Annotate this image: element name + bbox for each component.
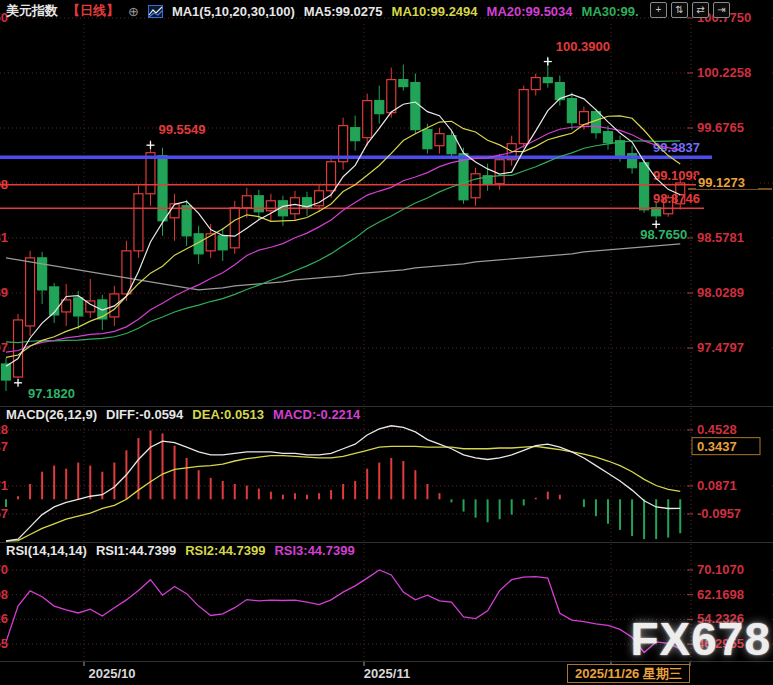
ma5-value-label: MA5:99.0275 [304, 4, 383, 19]
rsi1-value: RSI1:44.7399 [96, 543, 176, 558]
candle-body [170, 204, 179, 218]
candle-body [375, 101, 384, 114]
pane-separators [0, 24, 773, 666]
svg-text:0.3437: 0.3437 [0, 439, 8, 454]
candle-body [363, 101, 372, 138]
candle-body [266, 201, 275, 211]
candle-body [531, 78, 540, 90]
x-axis-month-label: 2025/10 [72, 666, 152, 681]
svg-text:98.0289: 98.0289 [0, 285, 8, 300]
svg-text:99.1098: 99.1098 [0, 177, 8, 192]
chart-header: 美元指数 【日线】 ⊕ MA1(5,10,20,30,100) MA5:99.0… [0, 0, 639, 22]
macd-diff-line [6, 426, 680, 541]
candle-body [50, 287, 59, 315]
macd-highlight-label: 0.3437 [697, 439, 737, 454]
candle-body [495, 160, 504, 184]
candle-body [230, 208, 239, 248]
axis-label: 97.4797 [697, 340, 744, 355]
candle-body [387, 80, 396, 113]
chart-canvas[interactable]: 99.383799.109899.109898.8746100.7750100.… [0, 0, 773, 685]
candle-body [591, 112, 600, 133]
candle-body [543, 78, 552, 83]
candle-body [411, 83, 420, 130]
extreme-price-annotation: 99.5549 [158, 122, 205, 137]
candle-body [351, 128, 360, 141]
svg-text:-0.0957: -0.0957 [0, 506, 8, 521]
candle-body [134, 194, 143, 251]
scale-y-axis-icon[interactable]: ⇅ [671, 2, 688, 18]
candle-body [158, 156, 167, 221]
axis-label: 98.5781 [697, 230, 744, 245]
extreme-price-annotation: 97.1820 [28, 386, 75, 401]
rsi-settings-label[interactable]: RSI(14,14,14) [6, 543, 87, 558]
candle-body [567, 99, 576, 123]
candle-body [435, 134, 444, 146]
gridlines [0, 18, 773, 661]
rsi2-value: RSI2:44.7399 [185, 543, 265, 558]
chart-style-icon[interactable] [148, 5, 163, 18]
axis-label: 0.4528 [697, 422, 737, 437]
candles-layer [2, 57, 685, 391]
axis-label: -0.0957 [697, 506, 741, 521]
candle-body [26, 258, 35, 326]
rsi-pane [6, 570, 680, 652]
axis-label: 70.1070 [697, 562, 744, 577]
macd-header: MACD(26,12,9) DIFF:-0.0594 DEA:0.0513 MA… [6, 407, 360, 422]
candle-body [327, 162, 336, 191]
candle-body [423, 130, 432, 149]
axis-label: 62.1698 [697, 587, 744, 602]
circle-plus-icon[interactable]: ⊕ [128, 4, 139, 19]
axis-label: 100.2258 [697, 65, 751, 80]
period-label[interactable]: 【日线】 [67, 2, 119, 20]
candle-body [640, 163, 649, 210]
svg-text:0.4528: 0.4528 [0, 422, 8, 437]
candle-body [471, 174, 480, 198]
candle-body [290, 198, 299, 214]
current-date-badge: 2025/11/26 星期三 [567, 664, 690, 683]
candle-body [122, 251, 131, 294]
candle-body [579, 112, 588, 125]
svg-text:62.1698: 62.1698 [0, 587, 8, 602]
macd-diff-value: DIFF:-0.0594 [106, 407, 183, 422]
macd-settings-label[interactable]: MACD(26,12,9) [6, 407, 97, 422]
macd-dea-value: DEA:0.0513 [192, 407, 264, 422]
svg-text:97.4797: 97.4797 [0, 340, 8, 355]
candle-body [38, 258, 47, 290]
price-line-label: 99.1098 [653, 168, 700, 183]
axis-label: 0.0871 [697, 478, 737, 493]
candle-body [447, 136, 456, 154]
candle-body [74, 298, 83, 316]
candle-body [182, 206, 191, 236]
pan-icon[interactable]: + [650, 2, 667, 18]
candle-body [2, 364, 11, 380]
shift-right-icon[interactable]: ⇥ [713, 2, 730, 18]
horizontal-price-lines: 99.383799.109899.109898.8746 [0, 140, 712, 208]
instrument-title: 美元指数 [6, 2, 58, 20]
candle-body [218, 236, 227, 250]
svg-text:70.1070: 70.1070 [0, 562, 8, 577]
candle-body [242, 196, 251, 208]
ma-settings-label[interactable]: MA1(5,10,20,30,100) [172, 4, 295, 19]
candle-body [399, 80, 408, 87]
scale-x-axis-icon[interactable]: ⇄ [692, 2, 709, 18]
ma30-value-label: MA30:99. [582, 4, 639, 19]
watermark-logo: FX678 [630, 616, 771, 662]
current-price-label: 99.1273 [698, 175, 745, 190]
chart-toolbar: + ⇅ ⇄ ⇥ [650, 2, 730, 18]
candle-body [14, 320, 23, 377]
ma100-line [6, 244, 680, 290]
extreme-price-annotation: 98.7650 [640, 227, 687, 242]
svg-text:98.5781: 98.5781 [0, 230, 8, 245]
svg-text:54.2326: 54.2326 [0, 611, 8, 626]
rsi3-value: RSI3:44.7399 [274, 543, 354, 558]
svg-text:0.0871: 0.0871 [0, 478, 8, 493]
annotations: 99.5549100.390097.182098.7650 [14, 39, 687, 401]
candle-body [519, 90, 528, 144]
chart-window: 99.383799.109899.109898.8746100.7750100.… [0, 0, 773, 685]
rsi-header: RSI(14,14,14) RSI1:44.7399 RSI2:44.7399 … [6, 543, 355, 558]
candle-body [604, 132, 613, 143]
ma10-value-label: MA10:99.2494 [392, 4, 478, 19]
extreme-price-annotation: 100.3900 [556, 39, 610, 54]
macd-pane [6, 426, 680, 541]
svg-text:46.2955: 46.2955 [0, 636, 8, 651]
